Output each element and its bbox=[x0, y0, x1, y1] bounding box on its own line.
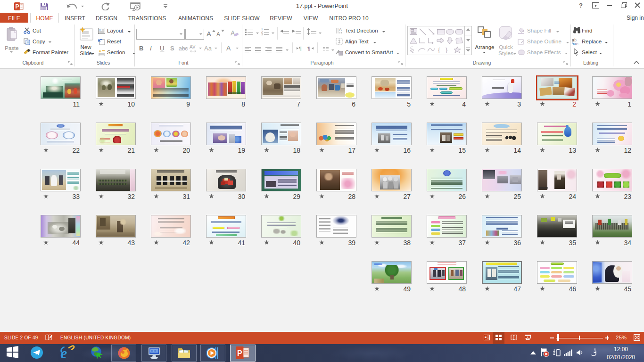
svg-text:{: { bbox=[438, 46, 440, 53]
svg-text:A: A bbox=[339, 27, 342, 32]
svg-text:¶: ¶ bbox=[307, 46, 310, 51]
svg-text:¶: ¶ bbox=[299, 46, 302, 51]
svg-text:ac: ac bbox=[574, 41, 578, 46]
svg-text:P: P bbox=[237, 349, 242, 357]
svg-text:}: } bbox=[446, 46, 448, 53]
